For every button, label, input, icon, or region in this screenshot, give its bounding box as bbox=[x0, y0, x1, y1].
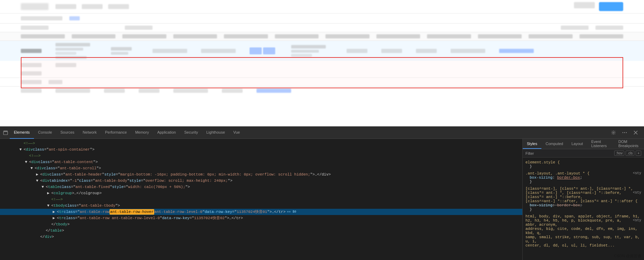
css-selector-ant-class-cont: [class*= ant-] *, [class^=ant-] *::befor… bbox=[525, 191, 621, 199]
svg-point-5 bbox=[626, 132, 627, 133]
tab-lighthouse[interactable]: Lighthouse bbox=[202, 126, 229, 139]
css-selector-html-body-cont4: center, dl, dd, ol, ul, li, fieldset... bbox=[525, 243, 615, 248]
filter-add[interactable]: + bbox=[636, 151, 641, 156]
secondary-item3 bbox=[561, 26, 589, 30]
devtools-panel: Elements Console Sources Network Perform… bbox=[0, 126, 644, 260]
btcell-7 bbox=[256, 89, 291, 93]
css-source-3: <sty bbox=[633, 218, 641, 222]
cell-1-11 bbox=[451, 49, 485, 53]
page-nav bbox=[55, 4, 129, 9]
css-selector-html-body: html, body, div, span, applet, object, i… bbox=[525, 214, 640, 218]
svg-point-4 bbox=[624, 132, 625, 133]
styles-tab-layout[interactable]: Layout bbox=[567, 139, 587, 149]
css-selector-element: element.style { bbox=[525, 160, 560, 164]
tab-security[interactable]: Security bbox=[180, 126, 202, 139]
cell-1-7 bbox=[291, 45, 333, 57]
styles-filter-row: Filter :hov .cls + bbox=[523, 149, 644, 158]
close-devtools-btn[interactable] bbox=[632, 128, 640, 137]
dom-line-comment2[interactable]: <!——> bbox=[0, 153, 522, 159]
secondary-item1 bbox=[21, 26, 49, 30]
cell-1-12 bbox=[499, 49, 534, 53]
styles-tab-computed[interactable]: Computed bbox=[541, 139, 567, 149]
dock-icon[interactable] bbox=[1, 128, 10, 137]
css-rule-html-body: html, body, div, span, applet, object, i… bbox=[525, 214, 641, 248]
dom-line-table-content[interactable]: ▼ <div class="ant-table-content"> bbox=[0, 159, 522, 165]
styles-filter-input[interactable] bbox=[537, 151, 611, 155]
filter-options: :hov .cls + bbox=[614, 151, 641, 156]
dom-line-spin-container[interactable]: ▼ <div class="ant-spin-container"> bbox=[0, 146, 522, 153]
devtools-toolbar: Elements Console Sources Network Perform… bbox=[0, 126, 644, 139]
css-selector-ant-class-cont2: [class^=ant-] *::after, [class*= ant-] *… bbox=[525, 199, 637, 203]
cell-1-1 bbox=[21, 49, 42, 53]
dom-line-table-scroll[interactable]: ▼ <div class="ant-table-scroll"> bbox=[0, 165, 522, 171]
secondary-row bbox=[0, 24, 644, 32]
tab-console[interactable]: Console bbox=[34, 126, 56, 139]
styles-tab-event-listeners[interactable]: Event Listeners bbox=[587, 139, 614, 149]
styles-tab-dom-breakpoints[interactable]: DOM Breakpoints bbox=[614, 139, 644, 149]
dom-line-close-tbody[interactable]: </tbody> bbox=[0, 221, 522, 227]
styles-panel: Styles Computed Layout Event Listeners D… bbox=[523, 139, 644, 260]
svg-point-2 bbox=[613, 132, 614, 133]
th-2 bbox=[72, 34, 116, 38]
css-selector-html-body-cont3: samp, small, strike, strong, sub, sup, t… bbox=[525, 235, 640, 243]
styles-content: element.style { } .ant-layout, .ant-layo… bbox=[523, 158, 644, 260]
dom-line-comment1[interactable]: <!——> bbox=[0, 140, 522, 146]
page-top-bar bbox=[0, 0, 644, 14]
th-7 bbox=[325, 34, 369, 38]
tab-vue[interactable]: Vue bbox=[229, 126, 244, 139]
sub-nav-badge bbox=[69, 16, 80, 20]
cell-1-4 bbox=[153, 49, 187, 53]
dom-line-close-table[interactable]: </table> bbox=[0, 227, 522, 234]
tab-memory[interactable]: Memory bbox=[131, 126, 153, 139]
dom-line-table-fixed[interactable]: ▼ <table class="ant-table-fixed" style="… bbox=[0, 184, 522, 190]
nav-item-1 bbox=[55, 4, 76, 9]
css-selector-ant-class: [class^=ant-], [class*= ant-], [class^=a… bbox=[525, 187, 633, 191]
th-9 bbox=[427, 34, 471, 38]
css-source-1: <sty bbox=[633, 171, 641, 175]
btcell-1 bbox=[21, 89, 42, 93]
tab-application[interactable]: Application bbox=[153, 126, 180, 139]
css-rule-ant-layout: .ant-layout, .ant-layout * { <sty box-si… bbox=[525, 171, 641, 184]
th-1 bbox=[21, 34, 65, 38]
dom-line-tr-2[interactable]: ▶ <tr class="ant-table-row ant-table-row… bbox=[0, 215, 522, 221]
sub-nav-item bbox=[21, 16, 62, 20]
secondary-item2 bbox=[125, 26, 153, 30]
dom-line-colgroup[interactable]: ▶ <colgroup>…</colgroup> bbox=[0, 190, 522, 196]
page-top-right bbox=[574, 2, 623, 11]
filter-label: Filter bbox=[525, 151, 534, 155]
th-6 bbox=[275, 34, 319, 38]
cell-1-8 bbox=[347, 49, 367, 53]
dom-line-tr-selected[interactable]: ▶ <tr class="ant-table-row ant-table-row… bbox=[0, 209, 522, 215]
more-options-btn[interactable] bbox=[620, 128, 629, 137]
dom-line-tbody[interactable]: ▼ <tbody class="ant-table-tbody"> bbox=[0, 203, 522, 209]
btcell-2 bbox=[55, 89, 90, 93]
css-rule-ant-class: [class^=ant-], [class*= ant-], [class^=a… bbox=[525, 187, 641, 212]
dom-line-table-header[interactable]: ▶ <div class="ant-table-header" style="m… bbox=[0, 171, 522, 178]
dom-panel[interactable]: <!——> ▼ <div class="ant-spin-container">… bbox=[0, 139, 523, 260]
top-right-item1 bbox=[574, 2, 595, 8]
btcell-5 bbox=[173, 89, 208, 93]
filter-hov[interactable]: :hov bbox=[614, 151, 624, 156]
cell-1-6 bbox=[250, 47, 277, 54]
settings-icon-btn[interactable] bbox=[609, 128, 618, 137]
tab-sources[interactable]: Sources bbox=[56, 126, 78, 139]
tab-performance[interactable]: Performance bbox=[101, 126, 131, 139]
dom-line-comment3[interactable]: <!——> bbox=[0, 196, 522, 203]
secondary-item4 bbox=[595, 26, 623, 30]
highlighted-class: ant-table-row-hover bbox=[110, 209, 154, 215]
th-5 bbox=[224, 34, 268, 38]
sub-nav bbox=[0, 14, 644, 24]
dom-line-close-div[interactable]: </div> bbox=[0, 234, 522, 240]
table-header bbox=[0, 32, 644, 41]
btcell-3 bbox=[104, 89, 125, 93]
th-11 bbox=[529, 34, 573, 38]
css-rule-element-style: element.style { } bbox=[525, 160, 641, 169]
styles-tab-styles[interactable]: Styles bbox=[523, 139, 541, 149]
cell-1-5 bbox=[201, 49, 236, 53]
filter-cls[interactable]: .cls bbox=[626, 151, 634, 156]
th-12 bbox=[580, 34, 624, 38]
cell-1-9 bbox=[381, 49, 402, 53]
dom-line-table-body[interactable]: ▼ <div tabindex="-1" class="ant-table-bo… bbox=[0, 178, 522, 184]
tab-elements[interactable]: Elements bbox=[10, 126, 34, 139]
tab-network[interactable]: Network bbox=[79, 126, 101, 139]
